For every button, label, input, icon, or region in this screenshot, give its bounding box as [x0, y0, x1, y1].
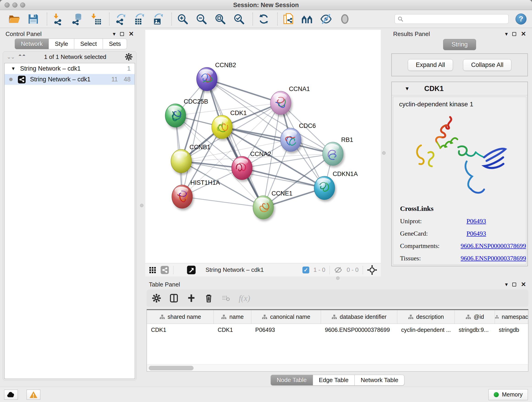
help-icon[interactable]: ?	[515, 13, 526, 25]
network-view[interactable]: CCNB2CCNA1CDC25BCDK1CDC6RB1CCNB1CCNA2CDK…	[145, 30, 381, 276]
cell-shared-name[interactable]: CDK1	[147, 327, 214, 333]
cell--id[interactable]: stringdb:9...	[455, 327, 495, 333]
network-canvas[interactable]: CCNB2CCNA1CDC25BCDK1CDC6RB1CCNB1CCNA2CDK…	[145, 30, 381, 263]
node-CCNB1[interactable]	[171, 149, 191, 173]
network-row-selected[interactable]: String Network – cdk1 11 48	[5, 74, 135, 85]
tab-select[interactable]: Select	[74, 38, 103, 49]
node-CDC25B[interactable]	[165, 104, 186, 127]
node-CDK1[interactable]	[212, 115, 232, 139]
network-collection-row[interactable]: ▼ String Network – cdk1 1	[5, 63, 135, 74]
tab-string[interactable]: String	[443, 39, 476, 50]
crosslink-link[interactable]: P06493	[467, 217, 486, 225]
zoom-out-icon[interactable]	[195, 12, 208, 26]
search-input[interactable]	[394, 14, 509, 24]
node-CCNA1[interactable]	[270, 91, 291, 115]
close-panel-icon[interactable]: ✕	[521, 281, 526, 288]
grid-view-icon[interactable]	[149, 266, 156, 274]
crosslink-link[interactable]: 9606.ENSP00000378699	[461, 255, 526, 262]
edge-CCNA2-CDKN1A[interactable]	[242, 168, 324, 188]
close-window-button[interactable]	[5, 2, 10, 7]
horizontal-scrollbar[interactable]	[147, 364, 528, 371]
zoom-fit-icon[interactable]	[214, 12, 227, 26]
gear-icon[interactable]	[152, 293, 161, 303]
panel-menu-icon[interactable]: ▾	[505, 31, 508, 37]
add-column-icon[interactable]	[186, 293, 196, 303]
panel-menu-icon[interactable]: ▾	[113, 31, 115, 37]
show-all-icon[interactable]	[338, 12, 351, 26]
tab-style[interactable]: Style	[49, 38, 74, 49]
node-CCNB2[interactable]	[196, 67, 217, 91]
collapse-all-icon[interactable]: ⌄⌄	[7, 54, 14, 60]
crosslink-link[interactable]: 9606.ENSP00000378699	[461, 242, 526, 249]
import-table-icon[interactable]	[89, 12, 102, 26]
node-HIST1H1A[interactable]	[172, 185, 192, 208]
column-header-canonical-name[interactable]: canonical name	[251, 310, 321, 324]
import-network-database-icon[interactable]	[70, 12, 83, 26]
memory-button[interactable]: Memory	[488, 389, 528, 400]
column-header--id[interactable]: @id	[455, 310, 495, 324]
column-header-description[interactable]: description	[397, 310, 455, 324]
cell-namespace[interactable]: stringdb	[495, 327, 528, 333]
node-CDC6[interactable]	[280, 128, 301, 152]
network-options-gear-icon[interactable]	[125, 53, 133, 61]
float-panel-icon[interactable]	[120, 32, 124, 36]
section-disclosure-icon[interactable]: ▼	[405, 86, 410, 92]
refresh-layout-icon[interactable]	[257, 12, 270, 26]
tab-edge-table[interactable]: Edge Table	[313, 375, 355, 385]
collection-disclosure-icon[interactable]: ▼	[11, 66, 16, 71]
float-panel-icon[interactable]	[512, 283, 516, 287]
minimize-window-button[interactable]	[12, 2, 17, 7]
zoom-selected-icon[interactable]	[232, 12, 246, 26]
warning-button[interactable]	[27, 390, 40, 400]
cell-name[interactable]: CDK1	[214, 327, 251, 333]
first-neighbors-icon[interactable]	[301, 12, 314, 26]
table-row[interactable]: CDK1CDK1P064939606.ENSP00000378699cyclin…	[147, 324, 528, 336]
export-image-icon[interactable]	[151, 12, 165, 26]
hide-selected-icon[interactable]	[319, 12, 333, 26]
right-splitter-handle[interactable]	[382, 151, 386, 155]
column-header-database-identifier[interactable]: database identifier	[321, 310, 397, 324]
open-session-icon[interactable]	[8, 12, 21, 26]
node-table[interactable]: shared namenamecanonical namedatabase id…	[147, 309, 528, 371]
share-network-icon[interactable]	[160, 266, 169, 274]
column-header-name[interactable]: name	[214, 310, 251, 324]
tab-network-table[interactable]: Network Table	[355, 375, 404, 385]
float-panel-icon[interactable]	[512, 32, 516, 36]
export-network-icon[interactable]	[114, 12, 127, 26]
cloud-button[interactable]	[4, 390, 18, 400]
zoom-in-icon[interactable]	[176, 12, 189, 26]
horizontal-splitter-handle[interactable]	[336, 276, 340, 280]
expand-all-icon[interactable]: ⌃⌃	[18, 54, 25, 60]
tab-sets[interactable]: Sets	[103, 38, 127, 49]
collapse-all-button[interactable]: Collapse All	[463, 59, 511, 71]
save-session-icon[interactable]	[27, 12, 40, 26]
cell-description[interactable]: cyclin-dependent ...	[397, 327, 455, 333]
panel-menu-icon[interactable]: ▾	[505, 282, 508, 287]
tab-node-table[interactable]: Node Table	[271, 375, 313, 385]
node-CCNA2[interactable]	[232, 156, 252, 180]
delete-column-icon[interactable]	[204, 293, 214, 303]
column-header-shared-name[interactable]: shared name	[147, 310, 214, 324]
tab-network[interactable]: Network	[15, 38, 49, 49]
scrollbar-thumb[interactable]	[149, 366, 194, 370]
close-panel-icon[interactable]: ✕	[128, 31, 134, 37]
maximize-window-button[interactable]	[20, 2, 25, 7]
column-header-namespace[interactable]: namespace	[495, 310, 528, 324]
crosslink-link[interactable]: P06493	[467, 230, 486, 237]
edge-CCNB2-CCNE1[interactable]	[207, 79, 263, 207]
node-CDKN1A[interactable]	[314, 176, 335, 200]
close-panel-icon[interactable]: ✕	[521, 31, 526, 37]
protein-section-header[interactable]: ▼ CDK1	[392, 82, 527, 95]
cell-canonical-name[interactable]: P06493	[251, 327, 321, 333]
import-network-file-icon[interactable]	[51, 12, 65, 26]
selected-checkbox[interactable]: ✓	[302, 267, 309, 274]
columns-icon[interactable]	[169, 293, 179, 303]
expand-all-button[interactable]: Expand All	[408, 59, 453, 71]
cell-database-identifier[interactable]: 9606.ENSP00000378699	[321, 327, 397, 333]
duplicate-network-icon[interactable]	[282, 12, 295, 26]
node-CCNE1[interactable]	[253, 196, 273, 219]
open-in-window-icon[interactable]	[187, 265, 196, 274]
left-splitter-handle[interactable]	[140, 204, 143, 207]
export-table-icon[interactable]	[133, 12, 146, 26]
edge-HIST1H1A-CCNE1[interactable]	[182, 197, 263, 207]
